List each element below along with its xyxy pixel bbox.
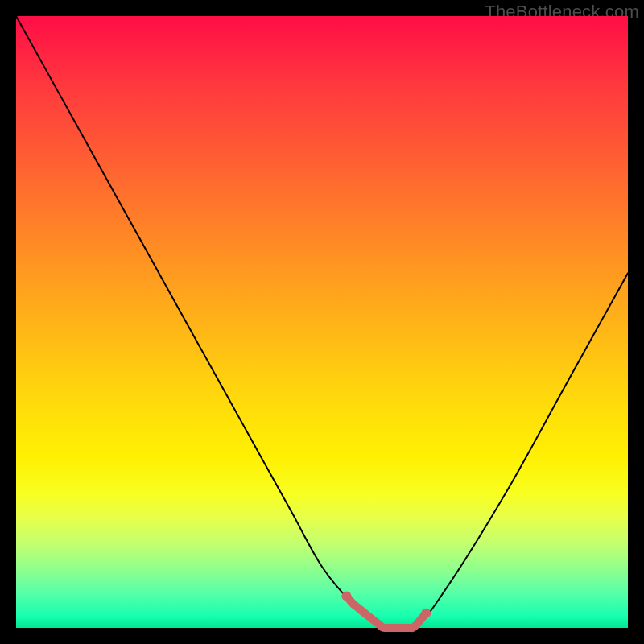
- plot-area: [16, 16, 628, 628]
- optimal-range-start-dot: [341, 591, 351, 601]
- bottleneck-curve-path: [16, 16, 628, 632]
- chart-frame: TheBottleneck.com: [0, 0, 644, 644]
- optimal-range-path: [346, 596, 426, 628]
- curve-layer: [16, 16, 628, 628]
- optimal-range-end-dot: [421, 609, 431, 618]
